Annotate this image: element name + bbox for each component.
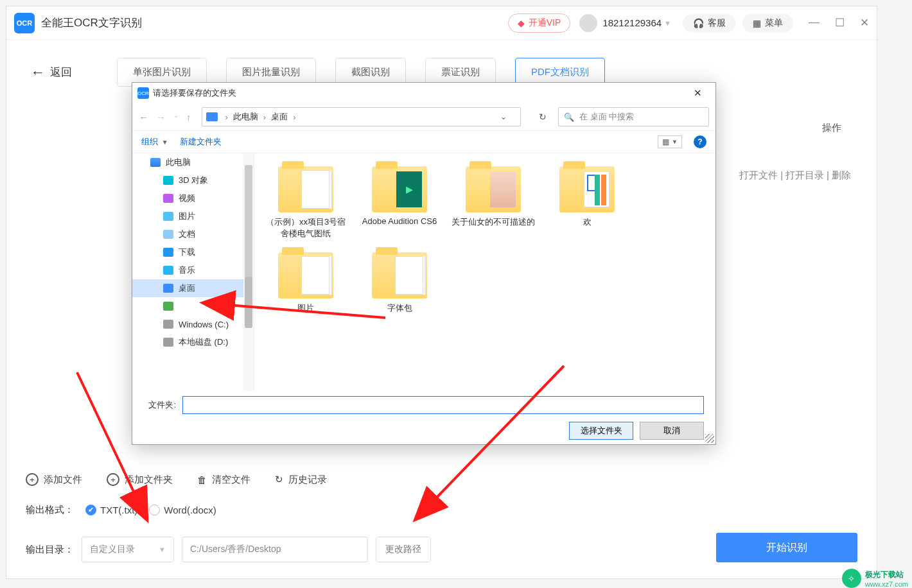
history-button[interactable]: ↻历史记录 [275, 473, 327, 486]
tree-item-音乐[interactable]: 音乐 [132, 261, 254, 279]
user-phone[interactable]: 18212129364 [602, 17, 662, 28]
doc-icon [163, 230, 173, 239]
tree-item-此电脑[interactable]: 此电脑 [132, 153, 254, 171]
action-open-dir[interactable]: 打开目录 [785, 169, 824, 182]
scrollbar-thumb[interactable] [245, 277, 252, 328]
grid-icon: ▦ [753, 18, 761, 28]
scrollbar-thumb[interactable] [245, 165, 252, 293]
folder-item[interactable]: 欢 [543, 166, 631, 239]
back-label: 返回 [50, 65, 72, 80]
menu-button[interactable]: ▦ 菜单 [742, 14, 793, 32]
tree-item-图片[interactable]: 图片 [132, 207, 254, 225]
add-file-button[interactable]: +添加文件 [26, 473, 82, 486]
diamond-icon: ◆ [518, 18, 525, 28]
vip-button[interactable]: ◆ 开通VIP [508, 13, 571, 33]
customer-service-button[interactable]: 🎧 客服 [683, 14, 736, 32]
change-path-button[interactable]: 更改路径 [376, 537, 431, 562]
file-actions-bar: +添加文件 +添加文件夹 🗑清空文件 ↻历史记录 [26, 473, 857, 486]
folder-item[interactable]: （示例）xx项目3号宿舍楼电气图纸 [262, 166, 349, 239]
folder-label: （示例）xx项目3号宿舍楼电气图纸 [262, 216, 349, 239]
organize-menu[interactable]: 组织 ▼ [141, 136, 168, 148]
tree-item-Windows (C:)[interactable]: Windows (C:) [132, 315, 254, 333]
start-recognize-button[interactable]: 开始识别 [716, 533, 857, 562]
folder-name-input[interactable] [182, 396, 704, 414]
new-folder-button[interactable]: 新建文件夹 [180, 136, 222, 148]
nav-up-button[interactable]: ↑ [186, 112, 191, 123]
breadcrumb[interactable]: › 此电脑 › 桌面 › ⌄ [202, 107, 522, 126]
app-title: 全能王OCR文字识别 [41, 15, 142, 30]
dialog-close-button[interactable]: ✕ [685, 87, 710, 99]
breadcrumb-dropdown[interactable]: ⌄ [491, 112, 516, 121]
folder-select-dialog: OCR 请选择要保存的文件夹 ✕ ← → ⌄ ↑ › 此电脑 › 桌面 › ⌄ … [132, 82, 716, 445]
tree-item-label: 下载 [179, 246, 195, 258]
music-icon [163, 266, 173, 275]
folder-label: 图片 [297, 302, 314, 314]
nav-recent-button[interactable]: ⌄ [173, 112, 179, 123]
chevron-down-icon[interactable]: ▼ [664, 19, 671, 27]
nav-refresh-button[interactable]: ↻ [531, 112, 554, 122]
folder-label: Adobe Audition CS6 [362, 216, 437, 226]
tree-item-label: Windows (C:) [179, 320, 229, 329]
tree-item-视频[interactable]: 视频 [132, 189, 254, 207]
tree-item-3D 对象[interactable]: 3D 对象 [132, 171, 254, 189]
arrow-left-icon: ← [31, 64, 45, 81]
history-icon: ↻ [275, 474, 283, 485]
back-button[interactable]: ← 返回 [31, 64, 72, 81]
drive-icon [163, 338, 173, 347]
crumb-desktop[interactable]: 桌面 [271, 111, 288, 123]
output-path-input[interactable]: C:/Users/香香/Desktop [182, 537, 368, 562]
tree-item-label: 图片 [179, 211, 195, 222]
tree-item-label: 桌面 [179, 282, 195, 294]
clear-files-button[interactable]: 🗑清空文件 [197, 473, 250, 486]
close-button[interactable]: ✕ [860, 16, 869, 30]
search-input[interactable]: 🔍 在 桌面 中搜索 [558, 107, 709, 126]
select-folder-button[interactable]: 选择文件夹 [569, 422, 633, 440]
folder-icon [559, 166, 615, 212]
folder-item[interactable]: ▸Adobe Audition CS6 [356, 166, 443, 239]
cube-icon [163, 176, 173, 185]
avatar[interactable] [579, 14, 597, 32]
pic-icon [163, 212, 173, 221]
tree-item-label: 音乐 [179, 264, 195, 276]
nav-forward-button[interactable]: → [156, 112, 166, 123]
output-dir-mode-select[interactable]: 自定义目录▼ [82, 537, 174, 562]
crumb-this-pc[interactable]: 此电脑 [233, 111, 258, 123]
nav-back-button[interactable]: ← [139, 112, 148, 123]
folder-item[interactable]: 关于仙女的不可描述的 [450, 166, 537, 239]
folder-icon [278, 252, 333, 298]
maximize-button[interactable]: ☐ [835, 16, 845, 30]
help-button[interactable]: ? [694, 135, 706, 148]
tree-item-8[interactable] [132, 297, 254, 315]
minimize-button[interactable]: — [809, 16, 820, 30]
radio-docx[interactable]: Word(.docx) [149, 505, 216, 515]
add-folder-button[interactable]: +添加文件夹 [107, 473, 173, 486]
folder-tree: 此电脑3D 对象视频图片文档下载音乐桌面Windows (C:)本地磁盘 (D:… [132, 153, 254, 391]
folder-item[interactable]: 图片 [262, 252, 349, 314]
vip-label: 开通VIP [529, 17, 561, 29]
tree-item-桌面[interactable]: 桌面 [132, 279, 254, 297]
tree-item-文档[interactable]: 文档 [132, 225, 254, 243]
output-format-row: 输出格式： ✔TXT(.txt) Word(.docx) [26, 504, 857, 516]
search-placeholder: 在 桌面 中搜索 [579, 111, 634, 123]
action-delete[interactable]: 删除 [832, 169, 851, 182]
tree-item-label: 3D 对象 [179, 175, 208, 186]
action-open-file[interactable]: 打开文件 [739, 169, 778, 182]
menu-label: 菜单 [765, 17, 783, 29]
view-options-button[interactable]: ▦ ▼ [658, 135, 682, 148]
titlebar: OCR 全能王OCR文字识别 ◆ 开通VIP 18212129364 ▼ 🎧 客… [6, 6, 877, 40]
tree-item-下载[interactable]: 下载 [132, 243, 254, 261]
folder-icon [278, 166, 333, 212]
watermark-logo: ✧ [842, 569, 861, 588]
dialog-title: 请选择要保存的文件夹 [153, 87, 236, 99]
resize-grip[interactable] [705, 434, 714, 443]
folder-item[interactable]: 字体包 [356, 252, 443, 314]
cancel-button[interactable]: 取消 [640, 422, 704, 440]
tree-item-本地磁盘 (D:)[interactable]: 本地磁盘 (D:) [132, 333, 254, 351]
chevron-down-icon: ▼ [159, 546, 166, 553]
video-icon [163, 194, 173, 203]
folder-icon [466, 166, 521, 212]
watermark-url: www.xz7.com [865, 580, 908, 588]
monitor-icon [206, 112, 218, 121]
output-dir-row: 输出目录： 自定义目录▼ C:/Users/香香/Desktop 更改路径 开始… [26, 537, 857, 562]
radio-txt[interactable]: ✔TXT(.txt) [85, 505, 137, 515]
